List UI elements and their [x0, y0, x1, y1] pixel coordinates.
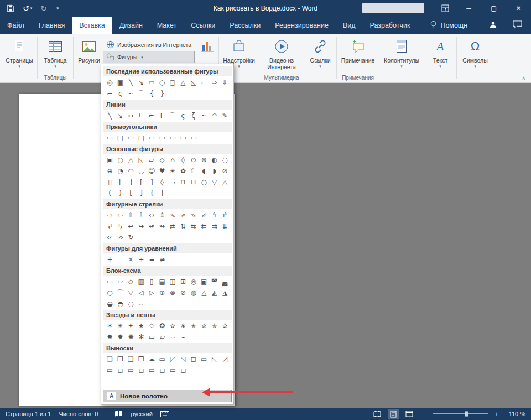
shape-icon[interactable]: ▢ — [136, 133, 147, 143]
shape-icon[interactable]: ◛ — [220, 277, 230, 287]
shape-icon[interactable]: ▯ — [147, 277, 157, 287]
shape-icon[interactable]: ▢ — [115, 133, 126, 143]
tab-tell-me[interactable]: Помощн — [423, 17, 475, 34]
text-button[interactable]: A Текст ▾ — [426, 35, 455, 68]
shape-icon[interactable]: ) — [115, 188, 126, 199]
shape-icon[interactable]: ◎ — [188, 277, 199, 287]
close-button[interactable]: ✕ — [506, 0, 531, 17]
shape-icon[interactable]: ⇗ — [178, 210, 188, 221]
shape-icon[interactable]: ς — [178, 111, 188, 121]
shape-icon[interactable]: ⊕ — [157, 288, 168, 298]
tab-mailings[interactable]: Рассылки — [222, 17, 268, 34]
shape-icon[interactable]: ◿ — [220, 354, 230, 365]
ribbon-display-options-button[interactable] — [440, 4, 450, 13]
shape-icon[interactable]: ⇩ — [136, 210, 147, 221]
shape-icon[interactable]: ◻ — [178, 365, 189, 376]
shape-icon[interactable]: ○ — [157, 77, 168, 88]
read-mode-button[interactable] — [372, 409, 383, 419]
shape-icon[interactable]: ⇆ — [188, 221, 199, 232]
shape-icon[interactable]: ⇏ — [115, 232, 126, 243]
shape-icon[interactable]: ◺ — [209, 354, 220, 365]
shape-icon[interactable]: ⇊ — [220, 221, 230, 232]
shape-icon[interactable]: ~ — [126, 89, 136, 99]
shape-icon[interactable]: ⌢ — [178, 332, 189, 343]
shape-icon[interactable]: ⇄ — [168, 221, 178, 232]
shape-icon[interactable]: { — [147, 188, 157, 199]
shape-icon[interactable]: ◓ — [115, 299, 126, 309]
shape-icon[interactable]: ⌒ — [168, 111, 178, 121]
pages-button[interactable]: Страницы ▾ — [3, 35, 35, 68]
shape-icon[interactable]: ◹ — [178, 354, 188, 365]
shape-icon[interactable]: ⌣ — [168, 332, 178, 343]
tab-developer[interactable]: Разработчик — [362, 17, 417, 34]
tab-view[interactable]: Вид — [336, 17, 363, 34]
shape-icon[interactable]: ✶ — [105, 321, 115, 331]
shape-icon[interactable]: ⌢ — [136, 299, 147, 309]
shape-icon[interactable]: } — [157, 89, 168, 99]
shape-icon[interactable]: ↩ — [126, 221, 136, 232]
shape-icon[interactable]: ◡ — [136, 166, 147, 177]
shape-icon[interactable]: ◗ — [209, 166, 220, 177]
shape-icon[interactable]: ◺ — [136, 155, 147, 165]
shape-icon[interactable]: ▣ — [115, 77, 126, 88]
shape-icon[interactable]: ◸ — [168, 354, 178, 365]
shape-icon[interactable]: ▢ — [168, 77, 178, 88]
tab-review[interactable]: Рецензирование — [268, 17, 336, 34]
shape-icon[interactable]: ❑ — [126, 354, 136, 365]
shape-icon[interactable]: ◮ — [220, 288, 230, 298]
shape-icon[interactable]: ⊘ — [220, 166, 230, 177]
shape-icon[interactable]: ◐ — [209, 155, 220, 165]
shape-icon[interactable]: ◫ — [168, 277, 178, 287]
shape-icon[interactable]: ✹ — [115, 332, 126, 343]
shape-icon[interactable]: ▭ — [126, 133, 136, 143]
proofing-icon[interactable] — [114, 411, 123, 417]
shape-icon[interactable]: ⊗ — [168, 288, 178, 298]
shape-icon[interactable]: ⇔ — [147, 210, 157, 221]
shape-icon[interactable]: ⌉ — [147, 177, 157, 188]
shape-icon[interactable]: ◠ — [209, 111, 220, 121]
shape-icon[interactable]: ▽ — [209, 177, 220, 188]
shape-icon[interactable]: ◻ — [188, 354, 199, 365]
shape-icon[interactable]: ⌒ — [136, 89, 147, 99]
shape-icon[interactable]: ▱ — [147, 155, 157, 165]
shape-icon[interactable]: ❐ — [115, 354, 126, 365]
shape-icon[interactable]: ⌐ — [199, 77, 209, 88]
shape-icon[interactable]: ✩ — [147, 321, 157, 331]
shape-icon[interactable]: = — [147, 255, 157, 265]
shape-icon[interactable]: ⌈ — [136, 177, 147, 188]
shape-icon[interactable]: ▱ — [115, 277, 126, 287]
shape-icon[interactable]: ] — [136, 188, 147, 199]
shape-icon[interactable]: ◻ — [115, 365, 126, 376]
shape-icon[interactable]: ▭ — [168, 365, 178, 376]
shape-icon[interactable]: ⊘ — [178, 288, 188, 298]
shape-icon[interactable]: ⌋ — [126, 177, 136, 188]
shape-icon[interactable]: ☀ — [168, 166, 178, 177]
shape-icon[interactable]: △ — [126, 155, 136, 165]
shape-icon[interactable]: ↳ — [115, 221, 126, 232]
pictures-button[interactable]: Рисунки — [75, 35, 103, 64]
shape-icon[interactable]: △ — [220, 177, 230, 188]
shape-icon[interactable]: ς — [115, 89, 126, 99]
shape-icon[interactable]: ▭ — [126, 365, 136, 376]
shape-icon[interactable]: ⌊ — [115, 177, 126, 188]
shape-icon[interactable]: ⌐ — [147, 111, 157, 121]
shape-icon[interactable]: ▥ — [136, 277, 147, 287]
shape-icon[interactable]: ↔ — [126, 111, 136, 121]
shape-icon[interactable]: ↘ — [136, 77, 147, 88]
shape-icon[interactable]: ✿ — [178, 166, 188, 177]
shape-icon[interactable]: ( — [105, 188, 115, 199]
sign-in-icon[interactable] — [489, 20, 497, 30]
shape-icon[interactable]: ⊓ — [178, 177, 188, 188]
links-button[interactable]: Ссылки ▾ — [306, 35, 335, 68]
zoom-in-button[interactable]: + — [493, 410, 501, 418]
tab-file[interactable]: Файл — [0, 17, 32, 34]
shape-icon[interactable]: ↻ — [126, 232, 136, 243]
shape-icon[interactable]: ╲ — [105, 111, 115, 121]
shape-icon[interactable]: ⊕ — [105, 166, 115, 177]
shape-icon[interactable]: ✴ — [115, 321, 126, 331]
shape-icon[interactable]: ◊ — [157, 177, 168, 188]
shape-icon[interactable]: ▭ — [147, 133, 157, 143]
shape-icon[interactable]: ▭ — [178, 133, 189, 143]
shape-icon[interactable]: ⇘ — [188, 210, 199, 221]
tab-layout[interactable]: Макет — [150, 17, 184, 34]
